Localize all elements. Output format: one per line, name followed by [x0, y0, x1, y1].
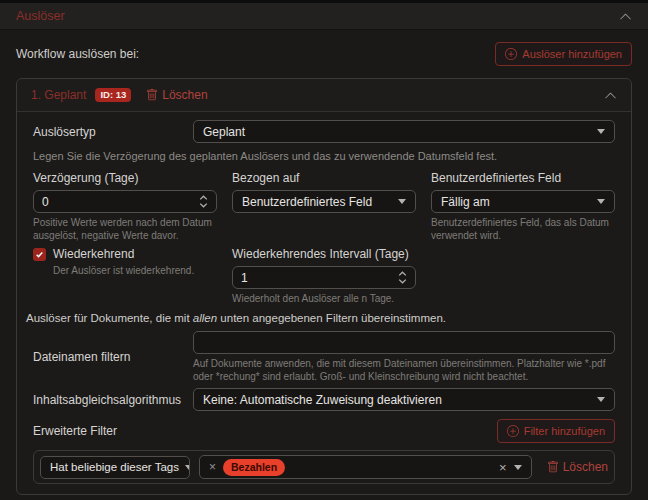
- number-spinner-icon[interactable]: [199, 195, 208, 208]
- relative-to-field: Bezogen auf Benutzerdefiniertes Feld: [232, 171, 416, 242]
- plus-circle-icon: [505, 48, 517, 60]
- add-trigger-button[interactable]: Auslöser hinzufügen: [495, 42, 632, 66]
- interval-input[interactable]: [232, 266, 416, 289]
- offset-label: Verzögerung (Tage): [33, 171, 217, 185]
- advanced-filters-header: Erweiterte Filter Filter hinzufügen: [33, 419, 615, 443]
- filename-filter-row: Dateinamen filtern Auf Dokumente anwende…: [33, 331, 615, 383]
- trash-icon: [146, 89, 158, 101]
- relative-to-value: Benutzerdefiniertes Feld: [242, 195, 372, 209]
- advanced-filters-label: Erweiterte Filter: [33, 424, 117, 438]
- filename-filter-help: Auf Dokumente anwenden, die mit diesem D…: [193, 357, 615, 383]
- matching-algorithm-row: Inhaltsabgleichsalgorithmus Keine: Autom…: [33, 388, 615, 411]
- trigger-panel-header[interactable]: 1. Geplant ID: 13 Löschen: [17, 79, 631, 112]
- number-spinner-icon[interactable]: [398, 271, 407, 284]
- filters-intro: Auslöser für Dokumente, die mit allen un…: [26, 312, 615, 324]
- recurring-label: Wiederkehrend: [53, 247, 134, 261]
- matching-algorithm-value: Keine: Automatische Zuweisung deaktivier…: [203, 393, 442, 407]
- filter-rule-tags-select[interactable]: × Bezahlen ×: [199, 455, 532, 479]
- filename-filter-input[interactable]: [193, 331, 615, 354]
- recurring-help: Der Auslöser ist wiederkehrend.: [53, 264, 217, 277]
- delete-filter-button[interactable]: Löschen: [547, 460, 608, 474]
- recurring-row: Wiederkehrend Der Auslöser ist wiederkeh…: [33, 247, 615, 305]
- section-title: Auslöser: [16, 9, 65, 23]
- matching-algorithm-select[interactable]: Keine: Automatische Zuweisung deaktivier…: [193, 388, 615, 411]
- schedule-hint: Legen Sie die Verzögerung des geplanten …: [33, 150, 615, 162]
- interval-field: Wiederkehrendes Intervall (Tage) Wiederh…: [232, 247, 416, 305]
- add-filter-label: Filter hinzufügen: [524, 426, 605, 437]
- workflow-trigger-intro: Workflow auslösen bei:: [16, 47, 139, 61]
- trigger-section-body: Workflow auslösen bei: Auslöser hinzufüg…: [0, 30, 648, 495]
- interval-help: Wiederholt den Auslöser alle n Tage.: [232, 292, 416, 305]
- filter-rule-type-select[interactable]: Hat beliebige dieser Tags: [40, 456, 190, 479]
- chevron-up-icon[interactable]: [604, 89, 617, 102]
- chevron-up-icon[interactable]: [619, 10, 632, 23]
- caret-down-icon: [597, 129, 605, 134]
- caret-down-icon: [597, 199, 605, 204]
- custom-field-help: Benutzerdefiniertes Feld, das als Datum …: [431, 216, 615, 242]
- caret-down-icon: [597, 397, 605, 402]
- custom-field-field: Benutzerdefiniertes Feld Fällig am Benut…: [431, 171, 615, 242]
- offset-field: Verzögerung (Tage) Positive Werte werden…: [33, 171, 217, 242]
- interval-label: Wiederkehrendes Intervall (Tage): [232, 247, 416, 261]
- trigger-type-value: Geplant: [203, 125, 245, 139]
- trigger-type-label: Auslösertyp: [33, 125, 193, 139]
- custom-field-label: Benutzerdefiniertes Feld: [431, 171, 615, 185]
- tag-chip: Bezahlen: [223, 459, 285, 476]
- filename-filter-label: Dateinamen filtern: [33, 350, 193, 364]
- relative-to-select[interactable]: Benutzerdefiniertes Feld: [232, 190, 416, 213]
- caret-down-icon[interactable]: [514, 465, 522, 470]
- recurring-field: Wiederkehrend Der Auslöser ist wiederkeh…: [33, 247, 217, 305]
- offset-days-input[interactable]: [33, 190, 217, 213]
- custom-field-select[interactable]: Fällig am: [431, 190, 615, 213]
- trigger-panel-title: 1. Geplant: [31, 88, 86, 102]
- caret-down-icon: [398, 199, 406, 204]
- clear-selection-icon[interactable]: ×: [499, 461, 507, 474]
- plus-circle-icon: [507, 425, 519, 437]
- trigger-panel: 1. Geplant ID: 13 Löschen Auslösertyp Ge…: [16, 78, 632, 495]
- schedule-settings-row: Verzögerung (Tage) Positive Werte werden…: [33, 171, 615, 242]
- delete-trigger-label: Löschen: [162, 88, 207, 102]
- trigger-panel-body: Auslösertyp Geplant Legen Sie die Verzög…: [17, 112, 631, 494]
- filter-rule-row: Hat beliebige dieser Tags × Bezahlen ×: [33, 450, 615, 484]
- add-trigger-label: Auslöser hinzufügen: [522, 49, 622, 60]
- workflow-trigger-card: Auslöser Workflow auslösen bei: Auslöser…: [0, 0, 648, 500]
- workflow-trigger-toolbar: Workflow auslösen bei: Auslöser hinzufüg…: [16, 42, 632, 66]
- recurring-checkbox[interactable]: [33, 248, 46, 261]
- trigger-id-badge: ID: 13: [95, 88, 131, 103]
- trigger-type-select[interactable]: Geplant: [193, 120, 615, 143]
- check-icon: [35, 250, 44, 259]
- caret-down-icon: [185, 465, 190, 470]
- offset-days-value[interactable]: [42, 195, 199, 209]
- matching-algorithm-label: Inhaltsabgleichsalgorithmus: [33, 393, 193, 407]
- add-filter-button[interactable]: Filter hinzufügen: [497, 419, 615, 443]
- interval-value[interactable]: [241, 271, 398, 285]
- remove-tag-icon[interactable]: ×: [209, 461, 216, 473]
- filter-rule-type-value: Hat beliebige dieser Tags: [50, 461, 179, 473]
- relative-to-label: Bezogen auf: [232, 171, 416, 185]
- offset-help: Positive Werte werden nach dem Datum aus…: [33, 216, 223, 242]
- trigger-section-header[interactable]: Auslöser: [0, 3, 648, 30]
- delete-trigger-button[interactable]: Löschen: [146, 88, 207, 102]
- delete-filter-label: Löschen: [563, 460, 608, 474]
- trash-icon: [547, 461, 559, 473]
- custom-field-value: Fällig am: [441, 195, 490, 209]
